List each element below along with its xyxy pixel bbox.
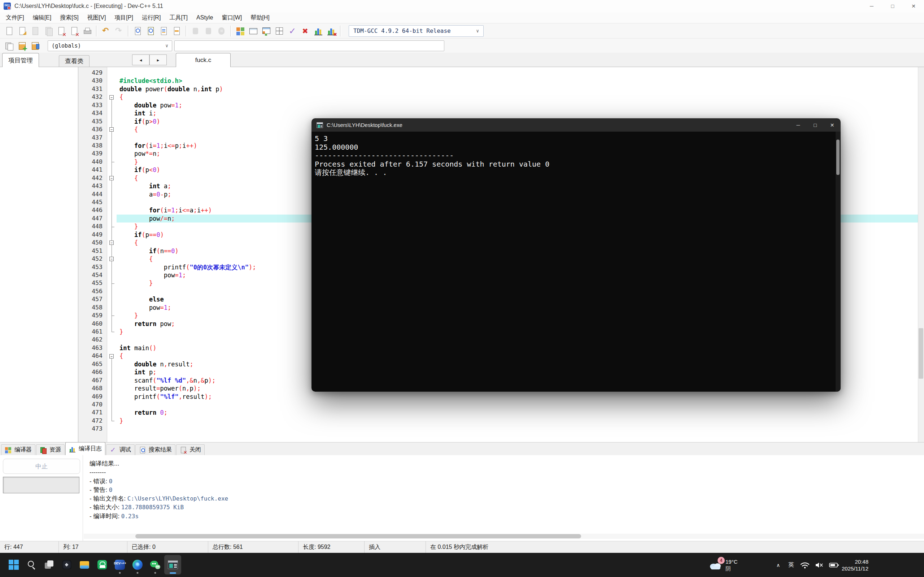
console-scrollbar[interactable] [835,132,841,392]
project-browser-panel[interactable] [0,67,78,442]
close-icon[interactable]: ✕ [824,118,841,132]
code-token: { [134,126,138,133]
tray-expand-icon[interactable]: ∧ [774,562,782,568]
bottom-tab-compiler[interactable]: 编译器 [1,444,36,455]
minimize-icon[interactable]: ─ [790,118,807,132]
log-scrollbar-thumb[interactable] [135,534,581,538]
line-number: 465 [78,360,107,368]
fold-toggle-icon[interactable] [107,126,116,134]
maximize-icon[interactable]: □ [882,0,903,12]
editor-scrollbar-thumb[interactable] [919,328,923,379]
toolbar-syntax-check-button[interactable] [286,25,299,37]
toolbar-stop-execution-button[interactable] [299,25,312,37]
code-text: for(i=1;i<=p;i++) [116,142,197,150]
input-language-indicator[interactable]: 英 [787,561,795,569]
fold-guide [107,368,116,376]
maximize-icon[interactable]: □ [807,118,824,132]
code-token: power [160,385,179,392]
code-text: { [116,255,153,263]
fold-toggle-icon[interactable] [107,93,116,101]
taskbar-app-console-window[interactable] [164,555,181,574]
bottom-tab-resources[interactable]: 资源 [36,444,65,455]
toolbar-undo-button[interactable] [100,25,113,37]
toolbar-replace-button[interactable] [144,25,157,37]
fold-toggle-icon[interactable] [107,239,116,247]
console-output[interactable]: 5 3125.000000---------------------------… [312,132,841,392]
fold-guide [107,222,116,230]
editor-tab-fuck-c[interactable]: fuck.c [176,53,231,67]
toolbar-find-button[interactable] [131,25,144,37]
menu-item[interactable]: 文件[F] [2,12,29,23]
bottom-tab-close[interactable]: 关闭 [176,444,205,455]
taskbar-weather[interactable]: 4 19°C 阴 [708,553,738,577]
code-token: *= [145,150,153,157]
menu-item[interactable]: 运行[R] [137,12,165,23]
editor-vertical-scrollbar[interactable] [918,67,924,442]
taskbar-app-microsoft-store[interactable] [94,555,110,574]
fold-toggle-icon[interactable] [107,352,116,360]
line-number: 436 [78,126,107,134]
log-horizontal-scrollbar[interactable] [84,534,924,539]
toolbar-close-all-button[interactable] [68,25,81,37]
fold-guide [107,295,116,303]
menu-item[interactable]: 项目[P] [110,12,137,23]
code-token: if [134,231,142,239]
taskbar-app-dev-cpp[interactable] [111,555,128,574]
panel-tab-classes[interactable]: 查看类 [59,55,89,67]
taskbar-app-wechat[interactable] [147,555,163,574]
taskbar-clock[interactable]: 20:48 2025/11/12 [837,553,868,577]
toolbar-profile-delete-button[interactable] [325,25,338,37]
taskbar-app-edge[interactable] [129,555,146,574]
toolbar-add-file-button[interactable] [16,40,29,52]
menu-item[interactable]: 视图[V] [83,12,110,23]
toolbar-swap-header-button[interactable] [170,25,183,37]
toolbar-profile-button[interactable] [312,25,325,37]
scroll-right-icon[interactable]: ▸ [149,55,167,65]
minimize-icon[interactable]: ─ [861,0,882,12]
globals-select[interactable]: (globals) ∨ [48,40,172,51]
class-member-select[interactable] [174,40,444,51]
menu-item[interactable]: 窗口[W] [217,12,246,23]
toolbar-run-button[interactable] [247,25,260,37]
fold-toggle-icon[interactable] [107,255,116,263]
fold-guide [107,182,116,190]
toolbar-close-file-button[interactable] [55,25,68,37]
fold-guide [107,77,116,85]
toolbar-new-source-button[interactable] [3,40,16,52]
menu-item[interactable]: 搜索[S] [56,12,83,23]
console-window[interactable]: C:\Users\LYH\Desktop\fuck.exe ─ □ ✕ 5 31… [312,118,841,392]
menu-item[interactable]: 工具[T] [165,12,192,23]
taskbar-app-search[interactable] [23,555,40,574]
fold-guide [107,214,116,222]
bottom-tab-log[interactable]: 编译日志 [65,442,105,455]
toolbar-open-button[interactable] [16,25,29,37]
toolbar-goto-line-button[interactable] [157,25,170,37]
fold-toggle-icon[interactable] [107,174,116,182]
console-title-bar[interactable]: C:\Users\LYH\Desktop\fuck.exe ─ □ ✕ [312,118,841,132]
bottom-tab-debug[interactable]: 调试 [106,444,135,455]
taskbar-app-game-app[interactable] [58,555,75,574]
title-bar: C:\Users\LYH\Desktop\fuck.c - [Executing… [0,0,924,12]
menu-item[interactable]: 帮助[H] [246,12,274,23]
scroll-left-icon[interactable]: ◂ [132,55,149,65]
menu-item[interactable]: 编辑[E] [29,12,56,23]
toolbar-rebuild-all-button[interactable] [273,25,286,37]
taskbar-app-start[interactable] [5,555,22,574]
bottom-tab-search[interactable]: 搜索结果 [135,444,175,455]
menu-item[interactable]: AStyle [192,12,217,23]
toolbar-new-file-button[interactable] [3,25,16,37]
toolbar-print-button[interactable] [81,25,94,37]
code-token: p [164,191,168,198]
compiler-select[interactable]: TDM-GCC 4.9.2 64-bit Release ∨ [349,25,484,37]
bottom-tab-label: 编译日志 [79,445,102,453]
volume-muted-icon[interactable] [815,561,824,569]
toolbar-remove-file-button[interactable] [29,40,42,52]
taskbar-app-task-view[interactable] [40,555,57,574]
close-icon[interactable]: ✕ [903,0,924,12]
toolbar-compile-button[interactable] [234,25,247,37]
panel-tab-project[interactable]: 项目管理 [2,53,39,67]
toolbar-compile-run-button[interactable] [260,25,273,37]
console-scrollbar-thumb[interactable] [836,140,840,175]
taskbar-app-file-explorer[interactable] [76,555,93,574]
wifi-icon[interactable] [800,561,809,569]
